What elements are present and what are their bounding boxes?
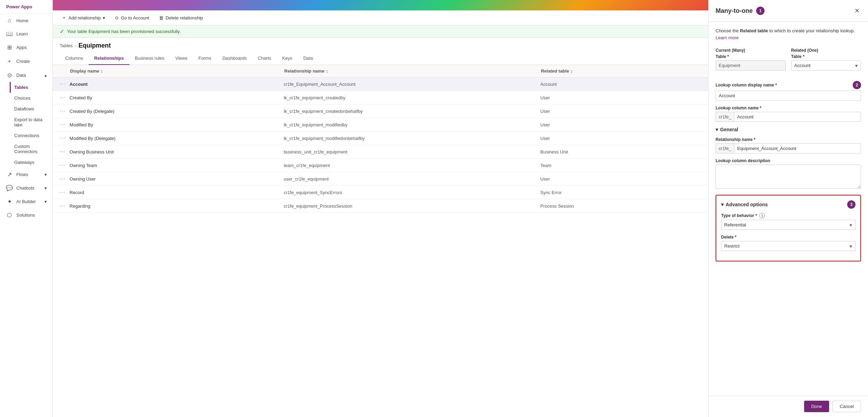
- row-relationship-name: lk_cr1fe_equipment_modifiedonbehalfby: [284, 136, 540, 141]
- sidebar-item-apps[interactable]: ⊞ Apps: [0, 41, 52, 54]
- sidebar-item-label: Create: [16, 59, 30, 64]
- tab-dashboards[interactable]: Dashboards: [217, 52, 252, 65]
- sidebar-item-chatbots[interactable]: 💬 Chatbots ▼: [0, 181, 52, 195]
- breadcrumb-parent[interactable]: Tables: [60, 43, 73, 48]
- current-many-section: Current (Many) Table *: [716, 48, 786, 70]
- table-row[interactable]: ··· Modified By lk_cr1fe_equipment_modif…: [53, 118, 708, 132]
- panel-title: Many-to-one 1: [716, 7, 765, 15]
- lookup-display-name-input[interactable]: [716, 91, 861, 101]
- tab-business-rules[interactable]: Business rules: [130, 52, 170, 65]
- table-row[interactable]: ··· Owning User user_cr1fe_equipment Use…: [53, 172, 708, 186]
- row-related-table: Process Session: [540, 203, 701, 209]
- tab-relationships[interactable]: Relationships: [89, 52, 129, 65]
- tab-data[interactable]: Data: [298, 52, 318, 65]
- table-row[interactable]: ··· Created By lk_cr1fe_equipment_create…: [53, 91, 708, 105]
- rel-name-input[interactable]: [734, 144, 861, 153]
- sidebar-item-learn[interactable]: 📖 Learn: [0, 27, 52, 41]
- tab-charts[interactable]: Charts: [252, 52, 277, 65]
- table-row[interactable]: ··· Account cr1fe_Equipment_Account_Acco…: [53, 77, 708, 91]
- table-row[interactable]: ··· Created By (Delegate) lk_cr1fe_equip…: [53, 105, 708, 118]
- add-relationship-label: Add relationship: [68, 15, 101, 20]
- flows-icon: ↗: [6, 171, 13, 178]
- related-table-select[interactable]: Account: [791, 60, 861, 70]
- sidebar-item-data[interactable]: ⊙ Data ▲: [0, 68, 52, 82]
- row-dots-menu[interactable]: ···: [60, 162, 65, 168]
- row-relationship-name: cr1fe_equipment_SyncErrors: [284, 190, 540, 195]
- row-dots-menu[interactable]: ···: [60, 122, 65, 128]
- row-related-table: Account: [540, 82, 701, 87]
- add-relationship-button[interactable]: ＋ Add relationship ▾: [60, 13, 107, 22]
- sidebar-item-gateways[interactable]: Gateways: [10, 157, 52, 168]
- row-dots-menu[interactable]: ···: [60, 149, 65, 155]
- tab-keys[interactable]: Keys: [277, 52, 298, 65]
- table-rows-container: ··· Account cr1fe_Equipment_Account_Acco…: [53, 77, 708, 213]
- table-row[interactable]: ··· Owning Team team_cr1fe_equipment Tea…: [53, 159, 708, 172]
- lookup-col-name-input[interactable]: [734, 112, 861, 122]
- row-related-table: User: [540, 109, 701, 114]
- cancel-button[interactable]: Cancel: [833, 401, 861, 412]
- panel-footer: Done Cancel: [709, 395, 868, 417]
- row-dots-menu[interactable]: ···: [60, 176, 65, 182]
- delete-select[interactable]: Restrict Cascade Remove Link: [721, 241, 856, 251]
- related-one-label: Related (One): [791, 48, 861, 53]
- relationships-table: Display name ↕ Relationship name ↕ Relat…: [53, 65, 708, 417]
- table-row[interactable]: ··· Modified By (Delegate) lk_cr1fe_equi…: [53, 132, 708, 145]
- row-relationship-name: cr1fe_Equipment_Account_Account: [284, 82, 540, 87]
- page-header: Tables › Equipment: [53, 38, 708, 52]
- sort-display-icon[interactable]: ↕: [101, 68, 103, 74]
- row-related-table: User: [540, 122, 701, 127]
- advanced-section-header[interactable]: ▾ Advanced options 3: [721, 200, 856, 209]
- general-section-header[interactable]: ▾ General: [716, 127, 861, 132]
- close-panel-button[interactable]: ✕: [853, 6, 861, 16]
- type-behavior-select[interactable]: Referential Parental Custom: [721, 220, 856, 230]
- tab-views[interactable]: Views: [170, 52, 193, 65]
- done-button[interactable]: Done: [804, 401, 829, 412]
- sidebar-item-ai-builder[interactable]: ✦ AI Builder ▼: [0, 195, 52, 208]
- row-related-table: User: [540, 176, 701, 182]
- advanced-section-label: Advanced options: [726, 202, 768, 207]
- row-dots-menu[interactable]: ···: [60, 189, 65, 195]
- table-row[interactable]: ··· Owning Business Unit business_unit_c…: [53, 145, 708, 159]
- sidebar-item-connections[interactable]: Connections: [10, 130, 52, 141]
- sidebar-item-export-data-lake[interactable]: Export to data lake: [10, 114, 52, 130]
- app-name: Power Apps: [6, 4, 32, 9]
- tab-columns[interactable]: Columns: [60, 52, 89, 65]
- row-dots-menu[interactable]: ···: [60, 108, 65, 114]
- col-header-display-name: Display name ↕: [60, 68, 284, 74]
- sidebar-item-solutions[interactable]: ⬡ Solutions: [0, 208, 52, 222]
- row-dots-menu[interactable]: ···: [60, 135, 65, 141]
- chatbots-icon: 💬: [6, 185, 13, 191]
- data-icon: ⊙: [6, 72, 13, 78]
- related-table-select-wrapper: Account: [791, 60, 861, 70]
- row-dots-menu[interactable]: ···: [60, 203, 65, 209]
- solutions-label: Solutions: [16, 212, 35, 218]
- sort-related-icon[interactable]: ↕: [570, 68, 573, 74]
- lookup-desc-input[interactable]: [716, 165, 861, 189]
- go-to-account-button[interactable]: ⊙ Go to Account: [113, 14, 151, 22]
- sidebar-item-label: Home: [16, 18, 28, 23]
- sidebar-item-create[interactable]: ＋ Create: [0, 54, 52, 68]
- sidebar-item-choices[interactable]: Choices: [10, 93, 52, 103]
- row-display-name: Regarding: [69, 203, 284, 209]
- sidebar-item-custom-connectors[interactable]: Custom Connectors: [10, 141, 52, 157]
- sidebar-item-dataflows[interactable]: Dataflows: [10, 103, 52, 114]
- table-row[interactable]: ··· Regarding cr1fe_equipment_ProcessSes…: [53, 199, 708, 213]
- type-of-behavior-field: Type of behavior * i Referential Parenta…: [721, 213, 856, 230]
- toolbar: ＋ Add relationship ▾ ⊙ Go to Account 🗑 D…: [53, 10, 708, 25]
- type-behavior-info-icon[interactable]: i: [759, 213, 765, 218]
- row-dots-menu[interactable]: ···: [60, 94, 65, 101]
- row-related-table: User: [540, 95, 701, 100]
- sort-rel-icon[interactable]: ↕: [326, 68, 328, 74]
- learn-more-link[interactable]: Learn more: [716, 35, 738, 40]
- sidebar-item-tables[interactable]: Tables: [10, 82, 52, 93]
- table-row[interactable]: ··· Record cr1fe_equipment_SyncErrors Sy…: [53, 186, 708, 199]
- delete-relationship-button[interactable]: 🗑 Delete relationship: [157, 14, 205, 22]
- row-dots-menu[interactable]: ···: [60, 81, 65, 87]
- rel-name-label: Relationship name *: [716, 137, 861, 142]
- go-to-account-label: Go to Account: [121, 15, 149, 20]
- row-related-table: Team: [540, 163, 701, 168]
- row-relationship-name: lk_cr1fe_equipment_createdby: [284, 95, 540, 100]
- sidebar-item-flows[interactable]: ↗ Flows ▼: [0, 168, 52, 181]
- sidebar-item-home[interactable]: ⌂ Home: [0, 14, 52, 27]
- tab-forms[interactable]: Forms: [193, 52, 217, 65]
